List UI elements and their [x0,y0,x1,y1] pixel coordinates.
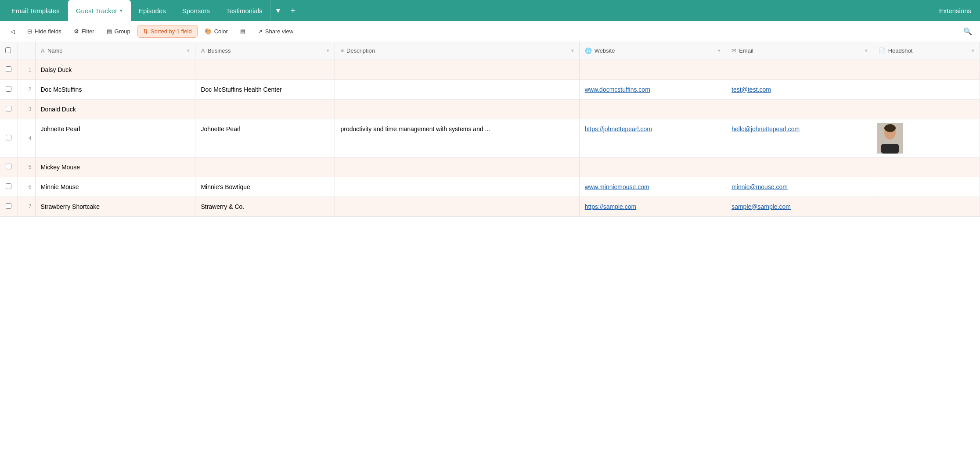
row-email-cell[interactable]: hello@johnettepearl.com [726,119,873,157]
row-checkbox[interactable] [6,203,11,209]
row-name-cell[interactable]: Johnette Pearl [35,119,195,157]
row-checkbox-cell[interactable] [0,79,18,99]
row-email-cell[interactable]: minnie@mouse.com [726,177,873,197]
table-row[interactable]: 7Strawberry ShortcakeStrawerry & Co.http… [0,197,980,216]
row-name-cell[interactable]: Donald Duck [35,99,195,119]
row-checkbox-cell[interactable] [0,119,18,157]
website-link[interactable]: www.minniemouse.com [585,183,649,190]
nav-tab-sponsors[interactable]: Sponsors [174,0,218,21]
row-checkbox[interactable] [6,135,11,140]
row-checkbox[interactable] [6,183,11,189]
checkbox-header[interactable] [0,42,18,60]
row-headshot-cell[interactable] [873,60,980,79]
row-description-cell[interactable] [335,79,579,99]
nav-tab-guest-tracker[interactable]: Guest Tracker ▾ [68,0,131,21]
row-headshot-cell[interactable] [873,177,980,197]
row-email-cell[interactable] [726,99,873,119]
row-website-cell[interactable]: www.docmcstuffins.com [579,79,726,99]
row-website-cell[interactable]: https://johnettepearl.com [579,119,726,157]
row-description-cell[interactable] [335,157,579,177]
row-email-cell[interactable]: test@test.com [726,79,873,99]
row-checkbox-cell[interactable] [0,177,18,197]
row-business-cell[interactable] [195,99,335,119]
row-name-cell[interactable]: Doc McStuffins [35,79,195,99]
collapse-sidebar-button[interactable]: ◁ [5,25,20,37]
row-checkbox-cell[interactable] [0,60,18,79]
row-website-cell[interactable]: https://sample.com [579,197,726,216]
table-row[interactable]: 2Doc McStuffinsDoc McStuffins Health Cen… [0,79,980,99]
sort-button[interactable]: ⇅ Sorted by 1 field [137,25,198,38]
row-description-cell[interactable] [335,197,579,216]
more-tabs-button[interactable]: ▾ [271,6,285,15]
row-name-cell[interactable]: Minnie Mouse [35,177,195,197]
table-row[interactable]: 5Mickey Mouse [0,157,980,177]
row-checkbox[interactable] [6,66,11,72]
table-row[interactable]: 3Donald Duck [0,99,980,119]
group-icon: ▤ [107,28,112,35]
filter-button[interactable]: ⚙ Filter [68,25,100,37]
col-header-business[interactable]: A Business ▾ [195,42,335,60]
row-headshot-cell[interactable] [873,79,980,99]
website-link[interactable]: www.docmcstuffins.com [585,86,650,93]
row-checkbox-cell[interactable] [0,99,18,119]
email-link[interactable]: test@test.com [731,86,771,93]
row-description-cell[interactable] [335,177,579,197]
email-link[interactable]: hello@johnettepearl.com [731,125,800,132]
row-email-cell[interactable]: sample@sample.com [726,197,873,216]
email-link[interactable]: minnie@mouse.com [731,183,788,190]
row-headshot-cell[interactable] [873,197,980,216]
table-row[interactable]: 1Daisy Duck [0,60,980,79]
col-header-name[interactable]: A Name ▾ [35,42,195,60]
row-email-cell[interactable] [726,60,873,79]
row-checkbox-cell[interactable] [0,197,18,216]
website-link[interactable]: https://johnettepearl.com [585,125,652,132]
data-table-wrap: A Name ▾ A Business ▾ ≡ Description [0,42,980,451]
row-business-cell[interactable] [195,157,335,177]
row-business-cell[interactable]: Minnie's Bowtique [195,177,335,197]
col-header-description[interactable]: ≡ Description ▾ [335,42,579,60]
row-checkbox-cell[interactable] [0,157,18,177]
row-website-cell[interactable] [579,60,726,79]
extensions-button[interactable]: Extensions [930,7,980,14]
row-website-cell[interactable]: www.minniemouse.com [579,177,726,197]
search-button[interactable]: 🔍 [961,25,975,38]
select-all-checkbox[interactable] [5,47,11,53]
col-header-headshot[interactable]: 📄 Headshot ▾ [873,42,980,60]
row-name-cell[interactable]: Strawberry Shortcake [35,197,195,216]
row-description-cell[interactable] [335,60,579,79]
row-checkbox[interactable] [6,106,11,111]
row-headshot-cell[interactable] [873,99,980,119]
hide-fields-button[interactable]: ⊟ Hide fields [22,25,67,37]
row-headshot-cell[interactable] [873,157,980,177]
row-name-cell[interactable]: Mickey Mouse [35,157,195,177]
color-button[interactable]: 🎨 Color [199,25,233,37]
row-name-cell[interactable]: Daisy Duck [35,60,195,79]
email-link[interactable]: sample@sample.com [731,203,791,210]
collapse-icon: ◁ [11,28,15,35]
nav-tab-episodes[interactable]: Episodes [131,0,174,21]
row-business-cell[interactable]: Strawerry & Co. [195,197,335,216]
row-description-cell[interactable] [335,99,579,119]
row-height-button[interactable]: ▤ [235,25,251,37]
nav-tab-email-templates[interactable]: Email Templates [4,0,68,21]
row-business-cell[interactable] [195,60,335,79]
nav-tab-testimonials[interactable]: Testimonials [218,0,271,21]
table-row[interactable]: 4Johnette PearlJohnette Pearlproductivit… [0,119,980,157]
row-website-cell[interactable] [579,99,726,119]
row-checkbox[interactable] [6,164,11,169]
table-row[interactable]: 6Minnie MouseMinnie's Bowtiquewww.minnie… [0,177,980,197]
row-website-cell[interactable] [579,157,726,177]
row-checkbox[interactable] [6,86,11,92]
share-view-button[interactable]: ↗ Share view [252,25,299,37]
col-header-website[interactable]: 🌐 Website ▾ [579,42,726,60]
row-email-cell[interactable] [726,157,873,177]
row-business-cell[interactable]: Johnette Pearl [195,119,335,157]
add-tab-button[interactable]: + [285,6,301,16]
website-link[interactable]: https://sample.com [585,203,637,210]
row-headshot-cell[interactable] [873,119,980,157]
group-button[interactable]: ▤ Group [101,25,136,37]
row-description-cell[interactable]: productivity and time management with sy… [335,119,579,157]
row-number: 2 [18,79,35,99]
col-header-email[interactable]: ✉ Email ▾ [726,42,873,60]
row-business-cell[interactable]: Doc McStuffins Health Center [195,79,335,99]
